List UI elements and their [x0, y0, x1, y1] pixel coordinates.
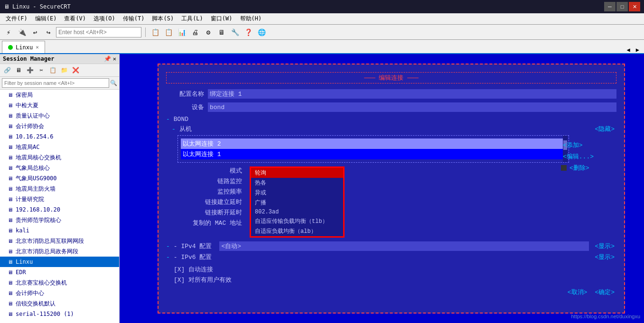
menu-script[interactable]: 脚本(S) [148, 14, 177, 24]
session-list-item[interactable]: 🖥地震局核心交换机 [0, 152, 119, 163]
menu-transfer[interactable]: 传输(T) [119, 14, 149, 24]
bond-toggle[interactable]: - [166, 116, 170, 123]
session-icon: 🖥 [8, 207, 13, 213]
session-list-item[interactable]: 🖥地震局主防火墙 [0, 184, 119, 194]
interfaces-box: 以太网连接 2 以太网连接 1 [177, 135, 569, 163]
menu-edit[interactable]: 编辑(E) [31, 14, 61, 24]
toolbar-icon-2[interactable]: 📋 [163, 27, 174, 38]
session-filter-input[interactable] [2, 78, 109, 88]
session-btn-cut[interactable]: ✂ [36, 65, 47, 75]
session-list-item[interactable]: 🖥serial-115200 (1) [0, 309, 119, 319]
config-name-label: 配置名称 [166, 90, 204, 98]
ipv4-label: - IPv4 配置 [174, 242, 212, 250]
maximize-button[interactable]: □ [616, 2, 628, 11]
mode-option-2[interactable]: 异或 [251, 188, 343, 198]
mode-dropdown[interactable]: 轮询 热各 异或 广播 802.3ad 自适应传输负载均衡（tlb） 自适应负载… [250, 166, 345, 238]
session-btn-monitor[interactable]: 🖥 [13, 65, 24, 75]
session-list-item[interactable]: 🖥北京赛宝核心交换机 [0, 277, 119, 288]
session-list-item[interactable]: 🖥气象局总核心 [0, 163, 119, 173]
minimize-button[interactable]: ─ [604, 2, 616, 11]
host-input[interactable] [56, 27, 141, 37]
mode-option-1[interactable]: 热各 [251, 178, 343, 188]
tab-nav-left[interactable]: ◀ [624, 46, 633, 53]
session-list-item[interactable]: 🖥信锐交换机默认 [0, 298, 119, 309]
hide-button[interactable]: <隐藏> [593, 125, 616, 133]
menu-tools[interactable]: 工具(L) [177, 14, 207, 24]
session-btn-copy[interactable]: 📋 [47, 65, 58, 75]
session-list-item[interactable]: 🖥会计师中心 [0, 288, 119, 298]
session-list-item[interactable]: 🖥北京市消防总局政务网段 [0, 246, 119, 257]
tab-linxu[interactable]: Linxu ✕ [2, 41, 45, 53]
device-value[interactable]: bond [208, 102, 616, 112]
toolbar-icon-6[interactable]: 🖥 [216, 27, 227, 38]
session-list-item[interactable]: 🖥计量研究院 [0, 194, 119, 204]
toolbar-icon-3[interactable]: 📊 [176, 27, 187, 38]
session-close-icon[interactable]: ✕ [113, 55, 116, 62]
toolbar-icon-9[interactable]: 🌐 [256, 27, 267, 38]
session-list-item[interactable]: 🖥保密局 [0, 90, 119, 100]
session-icon: 🖥 [8, 175, 13, 182]
menu-view[interactable]: 查看(V) [60, 14, 90, 24]
session-btn-delete[interactable]: ❌ [70, 65, 81, 75]
session-btn-add[interactable]: ➕ [25, 65, 35, 75]
mode-option-5[interactable]: 自适应传输负载均衡（tlb） [251, 216, 343, 226]
session-list-item[interactable]: 🖥EDR [0, 267, 119, 277]
session-list-item[interactable]: 🖥192.168.10.20 [0, 204, 119, 215]
toolbar-icon-4[interactable]: 🖨 [189, 27, 201, 38]
session-list-item[interactable]: 🖥北京市消防总局互联网网段 [0, 236, 119, 246]
auto-connect-label[interactable]: [X] 自动连接 [174, 266, 213, 273]
show-ipv6-button[interactable]: <显示> [593, 253, 616, 261]
interface-item-1[interactable]: 以太网连接 1 [181, 149, 566, 159]
menu-options[interactable]: 选项(O) [90, 14, 119, 24]
menu-help[interactable]: 帮助(H) [236, 14, 266, 24]
session-btn-link[interactable]: 🔗 [2, 65, 12, 75]
toolbar-icon-1[interactable]: 📋 [149, 27, 161, 38]
session-list-item[interactable]: 🖥Linxu [0, 257, 119, 267]
session-btn-folder[interactable]: 📁 [59, 65, 69, 75]
menu-file[interactable]: 文件(F) [2, 14, 31, 24]
title-bar-title: Linxu - SecureCRT [12, 3, 71, 10]
show-ipv4-button[interactable]: <显示> [593, 242, 616, 250]
interface-item-0[interactable]: 以太网连接 2 [181, 138, 566, 149]
close-button[interactable]: ✕ [629, 2, 640, 11]
mode-option-0[interactable]: 轮询 [251, 168, 343, 178]
toolbar: ⚡ 🔌 ↩ ↪ 📋 📋 📊 🖨 ⚙ 🖥 🔧 ❓ 🌐 [0, 25, 644, 40]
mode-option-3[interactable]: 广播 [251, 198, 343, 208]
session-list-item[interactable]: 🖥10.16.254.6 [0, 131, 119, 142]
session-list-item[interactable]: 🖥质量认证中心 [0, 111, 119, 121]
mode-option-4[interactable]: 802.3ad [251, 208, 343, 216]
session-list-item[interactable]: 🖥贵州师范学院核心 [0, 215, 119, 225]
slave-toggle[interactable]: - [172, 126, 176, 133]
session-icon: 🖥 [8, 249, 13, 255]
ipv4-value[interactable]: <自动> [219, 241, 589, 251]
session-list-item[interactable]: 🖥地震局AC [0, 142, 119, 152]
add-interface-button[interactable]: <添加> [561, 141, 596, 149]
back-icon[interactable]: ↩ [29, 27, 41, 38]
session-list-item[interactable]: 🖥kali [0, 225, 119, 236]
ipv4-toggle[interactable]: - [166, 243, 170, 250]
connect-icon[interactable]: 🔌 [16, 27, 28, 38]
tab-nav-right[interactable]: ▶ [633, 46, 642, 53]
session-list-item[interactable]: 🖥中检大夏 [0, 100, 119, 111]
ipv6-toggle[interactable]: - [166, 254, 170, 261]
toolbar-icon-8[interactable]: ❓ [243, 27, 254, 38]
delete-interface-button[interactable]: <删除> [568, 164, 591, 172]
session-icon: 🖥 [8, 238, 13, 244]
ok-button[interactable]: <确定> [593, 288, 616, 296]
config-name-value[interactable]: 绑定连接 1 [208, 89, 616, 99]
tab-label: Linxu [16, 44, 33, 51]
edit-interface-button[interactable]: <编辑...> [561, 152, 596, 161]
menu-window[interactable]: 窗口(W) [207, 14, 236, 24]
toolbar-icon-5[interactable]: ⚙ [203, 27, 214, 38]
cancel-button[interactable]: <取消> [566, 288, 589, 296]
forward-icon[interactable]: ↪ [43, 27, 54, 38]
session-pin-icon[interactable]: 📌 [104, 55, 111, 62]
session-icon: 🖥 [8, 186, 13, 192]
tab-close-icon[interactable]: ✕ [36, 44, 39, 50]
session-list-item[interactable]: 🖥会计师协会 [0, 121, 119, 131]
all-users-label[interactable]: [X] 对所有用户有效 [174, 277, 232, 284]
mode-option-6[interactable]: 自适应负载均衡（alb） [251, 226, 343, 236]
session-list-item[interactable]: 🖥气象局USG9000 [0, 173, 119, 184]
toolbar-icon-7[interactable]: 🔧 [229, 27, 241, 38]
terminal[interactable]: ─── 编辑连接 ─── 配置名称 绑定连接 1 设备 bond [120, 54, 644, 323]
